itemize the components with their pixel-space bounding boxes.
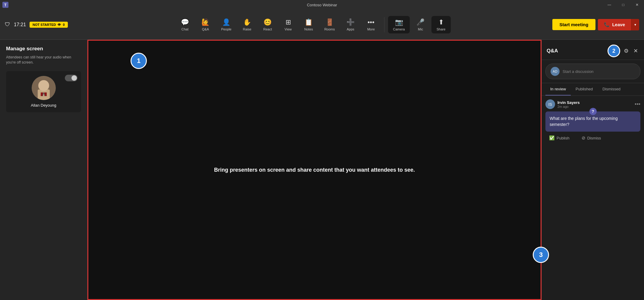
chat-button[interactable]: 💬 Chat [175,16,194,33]
toolbar: 🛡 17:21 NOT STARTED 👁 0 💬 Chat 🙋 Q&A 👤 P… [0,10,644,40]
presenter-toggle[interactable] [65,75,77,81]
publish-button[interactable]: ✅ Publish [547,134,572,142]
toolbar-left: 🛡 17:21 NOT STARTED 👁 0 [5,21,101,28]
qa-tabs: In review Published Dismissed [542,83,644,96]
phone-icon: 📞 [604,22,610,27]
qa-settings-button[interactable]: ⚙ [623,46,630,55]
rooms-icon: 🚪 [326,18,334,26]
publish-label: Publish [557,136,570,140]
qa-input-area: AD Start a discussion [542,60,644,83]
callout-badge-1: 1 [131,53,147,69]
maximize-button[interactable]: □ [616,0,630,10]
apps-button[interactable]: ➕ Apps [341,16,360,33]
toolbar-divider [384,17,384,32]
raise-button[interactable]: ✋ Raise [238,16,257,33]
question-time: 2m ago [557,105,580,108]
camera-button[interactable]: 📷 Camera [388,16,409,33]
more-label: More [367,27,375,31]
apps-label: Apps [347,27,354,31]
people-button[interactable]: 👤 People [216,16,236,33]
left-panel: Manage screen Attendees can still hear y… [0,40,87,300]
qa-title: Q&A [547,48,558,54]
presenter-name: Allan Deyoung [31,103,56,108]
qa-header-right: 2 ⚙ ✕ [608,45,639,57]
react-icon: 😊 [264,18,272,26]
notes-button[interactable]: 📋 Notes [299,16,318,33]
more-icon: ••• [368,18,374,26]
qa-discussion-input[interactable]: AD Start a discussion [545,64,640,79]
leave-button[interactable]: 📞 Leave [598,19,631,30]
presenter-card: Allan Deyoung [6,71,81,112]
callout-badge-3: 3 [533,247,549,263]
dismiss-label: Dismiss [587,136,601,140]
react-label: React [263,27,272,31]
view-icon: ⊞ [286,18,291,26]
qa-label: Q&A [202,27,209,31]
toolbar-center: 💬 Chat 🙋 Q&A 👤 People ✋ Raise 😊 React ⊞ … [101,16,525,33]
qa-content: IS Irvin Sayers 2m ago ••• What are the … [542,96,644,300]
publish-icon: ✅ [549,135,555,141]
svg-text:T: T [4,3,7,7]
react-button[interactable]: 😊 React [258,16,277,33]
qa-panel: Q&A 2 ⚙ ✕ AD Start a discussion In revie… [541,40,644,300]
people-label: People [221,27,231,31]
qa-header: Q&A 2 ⚙ ✕ [542,40,644,60]
leave-button-group: 📞 Leave ▾ [598,19,639,30]
more-button[interactable]: ••• More [361,16,380,33]
qa-button[interactable]: 🙋 Q&A [196,16,215,33]
center-stage: 1 Bring presenters on screen and share c… [87,40,541,300]
meeting-status-badge: NOT STARTED 👁 0 [30,22,68,28]
svg-rect-3 [38,89,50,100]
title-bar: T Contoso Webinar — □ ✕ [0,0,644,10]
question-author-avatar: IS [545,99,555,109]
notes-icon: 📋 [305,18,313,26]
tab-dismissed[interactable]: Dismissed [598,83,625,95]
eye-icon: 👁 [58,23,61,27]
mic-label: Mic [418,27,423,31]
tab-in-review[interactable]: In review [545,83,571,95]
callout-badge-2: 2 [608,45,620,57]
chat-icon: 💬 [181,18,189,26]
share-icon: ⬆ [438,18,444,26]
close-button[interactable]: ✕ [630,0,644,10]
manage-screen-title: Manage screen [6,46,81,52]
dismiss-button[interactable]: ⊘ Dismiss [579,134,604,142]
notes-label: Notes [304,27,313,31]
current-user-avatar: AD [551,67,560,76]
share-button[interactable]: ⬆ Share [431,16,451,33]
presenter-avatar [32,76,56,100]
question-actions: ✅ Publish ⊘ Dismiss [545,132,640,143]
camera-icon: 📷 [395,18,403,26]
share-label: Share [437,27,445,31]
question-text: What are the plans for the upcoming seme… [550,116,618,127]
manage-screen-desc: Attendees can still hear your audio when… [6,55,81,65]
window-title: Contoso Webinar [307,3,337,7]
time-display: 17:21 [14,22,26,27]
qa-close-button[interactable]: ✕ [632,46,639,55]
question-item: IS Irvin Sayers 2m ago ••• What are the … [545,99,640,143]
dismiss-icon: ⊘ [582,135,586,141]
view-label: View [285,27,292,31]
leave-label: Leave [612,22,625,27]
mic-button[interactable]: 🎤 Mic [411,16,430,33]
raise-label: Raise [243,27,251,31]
start-meeting-button[interactable]: Start meeting [552,19,596,30]
leave-chevron-button[interactable]: ▾ [631,19,639,30]
raise-icon: ✋ [243,18,251,26]
rooms-label: Rooms [324,27,335,31]
window-controls: — □ ✕ [602,0,644,10]
view-button[interactable]: ⊞ View [279,16,298,33]
apps-icon: ➕ [346,18,355,26]
chat-label: Chat [182,27,188,31]
question-bubble: What are the plans for the upcoming seme… [545,111,640,132]
rooms-button[interactable]: 🚪 Rooms [320,16,340,33]
tab-published[interactable]: Published [571,83,598,95]
minimize-button[interactable]: — [602,0,616,10]
qa-icon: 🙋 [201,18,210,26]
question-more-button[interactable]: ••• [635,101,640,108]
question-author-info: Irvin Sayers 2m ago [557,100,580,108]
toolbar-right: Start meeting 📞 Leave ▾ [525,19,639,30]
qa-input-placeholder: Start a discussion [563,69,594,74]
mic-icon: 🎤 [416,18,425,26]
viewer-count: 0 [63,23,65,27]
